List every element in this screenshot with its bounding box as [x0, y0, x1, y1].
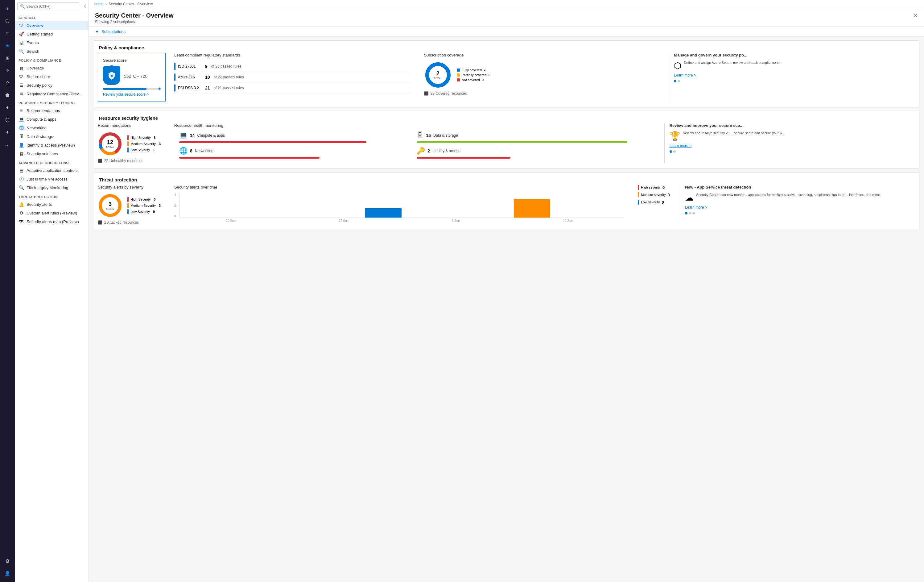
manage-learn-more[interactable]: Learn more >	[674, 73, 910, 78]
sidebar-item-recommendations[interactable]: ≡ Recommendations	[15, 106, 89, 115]
health-data-storage[interactable]: 🗄 15 Data & storage	[417, 131, 650, 143]
sidebar-section-advanced: ADVANCED CLOUD DEFENSE	[15, 158, 89, 166]
subscriptions-bar[interactable]: ▼ Subscriptions	[89, 27, 924, 37]
coverage-legend: Fully covered 2 Partially covered 0 Not …	[457, 68, 490, 82]
sidebar-item-regulatory[interactable]: ▤ Regulatory Compliance (Prev...	[15, 89, 89, 98]
attacked-icon: ⬛	[98, 220, 102, 225]
icon-bar-services[interactable]: ◇	[0, 76, 15, 89]
sidebar-collapse-button[interactable]: 《	[82, 4, 86, 9]
score-value: 552	[124, 74, 131, 79]
networking-icon: 🌐	[18, 125, 24, 130]
secure-score-title: Secure score	[103, 58, 160, 63]
sidebar-item-compute[interactable]: 💻 Compute & apps	[15, 115, 89, 124]
getting-started-icon: 🚀	[18, 31, 24, 36]
sidebar-item-identity[interactable]: 👤 Identity & access (Preview)	[15, 141, 89, 149]
manage-panel-text: Define and assign Azure Secu... review a…	[684, 61, 782, 65]
sidebar-item-coverage[interactable]: ▦ Coverage	[15, 64, 89, 72]
review-score-link[interactable]: Review your secure score >	[103, 92, 160, 97]
sidebar-section-hygiene: RESOURCE SECURITY HYGIENE	[15, 98, 89, 106]
compliance-row-cis[interactable]: Azure CIS 10 of 22 passed rules	[174, 72, 411, 83]
sidebar-item-file-integrity[interactable]: 🔍 File Integrity Monitoring	[15, 183, 89, 192]
health-title: Resource health monitoring	[174, 123, 656, 128]
chart-bars	[179, 193, 624, 218]
improve-learn-more[interactable]: Learn more >	[670, 144, 910, 148]
sidebar-item-alerts-map[interactable]: 🗺 Security alerts map (Preview)	[15, 217, 89, 226]
sidebar-item-security-alerts[interactable]: 🔔 Security alerts	[15, 200, 89, 208]
sidebar-item-events[interactable]: 📊 Events	[15, 38, 89, 47]
detection-title: New - App Service threat detection	[685, 185, 910, 190]
health-identity[interactable]: 🔑 2 Identity & access	[417, 147, 650, 159]
sidebar-item-custom-alerts[interactable]: ⚙ Custom alert rules (Preview)	[15, 208, 89, 217]
breadcrumb-home[interactable]: Home	[94, 2, 104, 6]
health-networking[interactable]: 🌐 8 Networking	[179, 147, 413, 159]
sidebar-item-overview[interactable]: 🛡 Overview	[15, 21, 89, 30]
breadcrumb-separator: ›	[106, 2, 107, 6]
sidebar-item-label: Security solutions	[26, 152, 58, 156]
close-button[interactable]: ✕	[913, 12, 918, 19]
detection-learn-more[interactable]: Learn more >	[685, 205, 910, 210]
alerts-severity-card: Security alerts by severity 3 TOTAL	[98, 185, 166, 225]
x-label-0: 20 Sun	[226, 219, 236, 223]
alert-high-count: 0	[153, 197, 155, 201]
recommendations-card: Recommendations	[98, 123, 166, 164]
sidebar-item-adaptive[interactable]: ▤ Adaptive application controls	[15, 166, 89, 175]
sidebar-item-label: File Integrity Monitoring	[26, 185, 68, 190]
icon-bar-cost[interactable]: ⬡	[0, 114, 15, 126]
manage-panel: Manage and govern your security po... ⬡ …	[669, 53, 915, 102]
improve-text: Review and resolve security vul... secur…	[683, 131, 785, 136]
health-compute[interactable]: 💻 14 Compute & apps	[179, 131, 413, 143]
right-severity-panel: High severity 0 Medium severity 3 Low se…	[633, 185, 676, 225]
sidebar-item-label: Compute & apps	[26, 117, 56, 122]
sidebar-item-getting-started[interactable]: 🚀 Getting started	[15, 30, 89, 38]
icon-bar-monitor[interactable]: ⬢	[0, 89, 15, 101]
x-label-3: 10 Sun	[563, 219, 573, 223]
secure-score-numbers: 552 OF 720	[124, 71, 147, 79]
low-severity-item: Low Severity 1	[127, 147, 161, 152]
sidebar-section-policy: POLICY & COMPLIANCE	[15, 56, 89, 64]
alerts-time-card: Security alerts over time 4 2 0	[169, 185, 629, 225]
icon-bar-favorites[interactable]: ★	[0, 40, 15, 52]
compute-count: 14	[190, 133, 195, 138]
recommendations-icon: ≡	[18, 108, 24, 113]
events-icon: 📊	[18, 40, 24, 45]
data-health-icon: 🗄	[417, 131, 424, 139]
icon-bar-security[interactable]: ●	[0, 101, 15, 114]
partially-covered-value: 0	[488, 73, 490, 77]
sidebar-item-jit[interactable]: 🕐 Just in time VM access	[15, 175, 89, 183]
id-count: 2	[427, 149, 430, 153]
icon-bar-more[interactable]: …	[0, 138, 15, 150]
sidebar-search-box[interactable]: 🔍	[17, 2, 79, 10]
sidebar-item-label: Networking	[26, 126, 46, 130]
icon-bar-user[interactable]: 👤	[0, 567, 15, 580]
compliance-row-pci[interactable]: PCI DSS 3.2 21 of 21 passed rules	[174, 83, 411, 94]
compliance-row-iso[interactable]: ISO 27001 9 of 23 passed rules	[174, 61, 411, 72]
alerts-sev-title: Security alerts by severity	[98, 185, 166, 190]
sidebar-header: 🔍 《	[15, 0, 89, 13]
hygiene-section-title: Resource security hygiene	[94, 111, 919, 123]
right-high-sev: High severity 0	[638, 185, 671, 190]
sidebar-item-label: Identity & access (Preview)	[26, 143, 75, 147]
sidebar-item-secure-score[interactable]: 🛡 Secure score	[15, 72, 89, 81]
sidebar-item-security-policy[interactable]: ☰ Security policy	[15, 81, 89, 89]
secure-score-visual: ★ 552 OF 720	[103, 66, 160, 85]
alert-severity-list: High Severity 0 Medium Severity 3 Low Se…	[127, 197, 161, 214]
regulatory-icon: ▤	[18, 91, 24, 96]
alert-high-label: High Severity	[130, 197, 150, 201]
chart-area: 4 2 0	[174, 193, 624, 221]
sidebar-item-networking[interactable]: 🌐 Networking	[15, 124, 89, 132]
icon-bar-plus[interactable]: ＋	[0, 2, 15, 15]
icon-bar-menu[interactable]: ≡	[0, 27, 15, 40]
manage-panel-title: Manage and govern your security po...	[674, 53, 910, 58]
threat-cards-row: Security alerts by severity 3 TOTAL	[94, 185, 919, 230]
icon-bar-dashboard[interactable]: ⊞	[0, 52, 15, 64]
icon-bar-settings[interactable]: ⚙	[0, 555, 15, 567]
legend-not-covered: Not covered 0	[457, 78, 490, 82]
icon-bar-portal[interactable]: ⬡	[0, 15, 15, 27]
icon-bar-resources[interactable]: ○	[0, 64, 15, 76]
sidebar-item-security-solutions[interactable]: ▦ Security solutions	[15, 149, 89, 158]
sidebar-item-search[interactable]: 🔍 Search	[15, 47, 89, 56]
search-input[interactable]	[26, 4, 76, 9]
compliance-name-iso: ISO 27001	[178, 64, 203, 68]
sidebar-item-data-storage[interactable]: 🗄 Data & storage	[15, 132, 89, 141]
icon-bar-help[interactable]: ♦	[0, 126, 15, 138]
